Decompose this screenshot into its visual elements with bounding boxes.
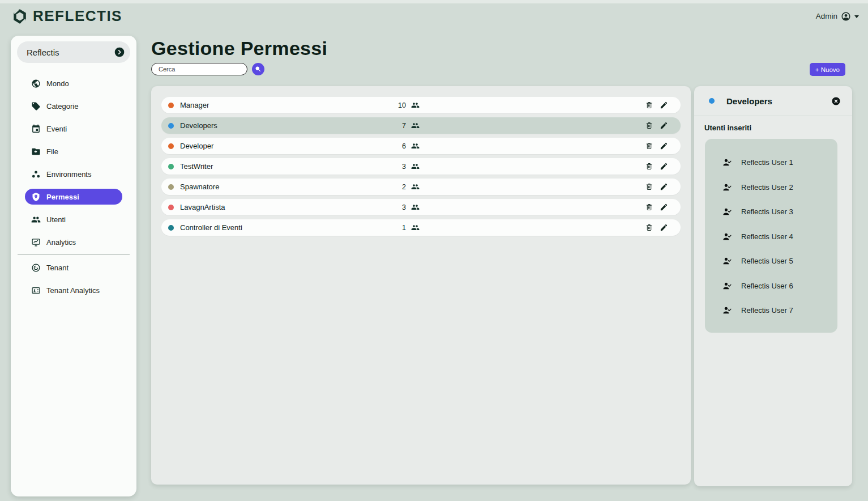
permissions-card: Manager 10 Developers 7 Developer 6 — [151, 86, 691, 485]
sidebar-item-label: Tenant Analytics — [44, 286, 100, 295]
permission-row[interactable]: Controller di Eventi 1 — [161, 219, 681, 236]
calendar-icon — [31, 124, 41, 134]
permission-user-count: 3 — [395, 163, 406, 171]
sidebar-item-environments[interactable]: Environments — [11, 163, 136, 185]
brand: REFLECTIS — [11, 7, 122, 25]
delete-icon[interactable] — [645, 121, 653, 130]
delete-icon[interactable] — [645, 182, 653, 191]
permission-row[interactable]: LavagnArtista 3 — [161, 199, 681, 215]
sidebar-item-label: Tenant — [44, 264, 69, 272]
delete-icon[interactable] — [645, 142, 653, 150]
sidebar-item-categorie[interactable]: Categorie — [11, 95, 136, 117]
group-icon[interactable] — [411, 203, 420, 211]
permission-row[interactable]: Developers 7 — [161, 117, 681, 134]
permission-color-dot — [168, 205, 174, 210]
edit-icon[interactable] — [660, 101, 668, 109]
topbar: REFLECTIS Admin — [0, 0, 868, 32]
permission-color-dot — [168, 123, 174, 129]
search-icon — [255, 66, 262, 73]
users-label: Utenti inseriti — [704, 124, 852, 132]
sidebar-item-file[interactable]: File — [11, 140, 136, 163]
delete-icon[interactable] — [645, 162, 653, 171]
sidebar-item-eventi[interactable]: Eventi — [11, 117, 136, 140]
permission-name: LavagnArtista — [180, 203, 395, 211]
permission-color-dot — [168, 225, 174, 231]
group-icon[interactable] — [411, 142, 420, 150]
environments-icon — [31, 169, 41, 179]
edit-icon[interactable] — [660, 162, 668, 171]
new-button[interactable]: + Nuovo — [810, 63, 845, 76]
sidebar-item-label: Eventi — [44, 125, 67, 133]
edit-icon[interactable] — [660, 182, 668, 191]
edit-icon[interactable] — [660, 142, 668, 150]
sidebar-item-tenant[interactable]: Tenant — [11, 256, 136, 279]
permission-color-dot — [168, 184, 174, 190]
user-name: Reflectis User 5 — [741, 257, 793, 265]
permission-row[interactable]: Spawnatore 2 — [161, 179, 681, 195]
admin-label: Admin — [816, 12, 837, 20]
page-title: Gestione Permessi — [151, 37, 327, 60]
group-icon[interactable] — [411, 182, 420, 191]
search-button[interactable] — [252, 63, 264, 75]
user-row[interactable]: Reflectis User 4 — [705, 224, 837, 249]
permission-color-dot — [168, 143, 174, 149]
sidebar-item-permessi[interactable]: Permessi — [25, 189, 122, 205]
permission-name: Manager — [180, 101, 395, 109]
user-row[interactable]: Reflectis User 2 — [705, 175, 837, 200]
tenant-analytics-icon — [31, 286, 41, 295]
permission-row[interactable]: Developer 6 — [161, 138, 681, 154]
permission-user-count: 3 — [395, 203, 406, 211]
sidebar-item-analytics[interactable]: Analytics — [11, 231, 136, 253]
sidebar-header-reflectis[interactable]: Reflectis — [17, 41, 130, 63]
shield-icon — [31, 192, 41, 202]
sidebar-item-label: Categorie — [44, 102, 78, 111]
user-row[interactable]: Reflectis User 7 — [705, 298, 837, 323]
user-name: Reflectis User 1 — [741, 158, 793, 167]
sidebar-item-label: Analytics — [44, 238, 76, 247]
user-row[interactable]: Reflectis User 6 — [705, 274, 837, 299]
delete-icon[interactable] — [645, 101, 653, 109]
permission-user-count: 1 — [395, 224, 406, 232]
close-button[interactable] — [831, 96, 841, 106]
edit-icon[interactable] — [660, 203, 668, 211]
sidebar-item-label: Mondo — [44, 79, 69, 88]
permission-name: Spawnatore — [180, 182, 395, 191]
edit-icon[interactable] — [660, 223, 668, 232]
user-row[interactable]: Reflectis User 5 — [705, 249, 837, 274]
group-icon[interactable] — [411, 162, 420, 171]
search-input[interactable] — [151, 63, 247, 75]
sidebar-item-utenti[interactable]: Utenti — [11, 208, 136, 231]
users-panel: Reflectis User 1 Reflectis User 2 Reflec… — [705, 139, 837, 333]
detail-panel: Developers Utenti inseriti Reflectis Use… — [694, 86, 852, 486]
permission-user-count: 7 — [395, 122, 406, 130]
chevron-down-icon — [854, 15, 859, 18]
permission-name: Developers — [180, 121, 395, 130]
person-check-icon — [722, 182, 732, 192]
user-row[interactable]: Reflectis User 1 — [705, 150, 837, 175]
group-icon[interactable] — [411, 223, 420, 232]
sidebar-item-label: File — [44, 147, 58, 156]
person-check-icon — [722, 158, 732, 167]
person-check-icon — [722, 256, 732, 266]
sidebar-item-tenant-analytics[interactable]: Tenant Analytics — [11, 279, 136, 302]
sidebar-item-mondo[interactable]: Mondo — [11, 72, 136, 95]
account-circle-icon — [841, 11, 851, 22]
sidebar-divider — [18, 254, 130, 255]
delete-icon[interactable] — [645, 223, 653, 232]
delete-icon[interactable] — [645, 203, 653, 211]
group-icon[interactable] — [411, 121, 420, 130]
chevron-right-circle-icon[interactable] — [114, 46, 125, 58]
close-icon — [831, 96, 841, 106]
permission-user-count: 2 — [395, 183, 406, 191]
user-row[interactable]: Reflectis User 3 — [705, 199, 837, 224]
sidebar-header-label: Reflectis — [27, 48, 59, 57]
admin-menu[interactable]: Admin — [816, 11, 859, 22]
person-check-icon — [722, 305, 732, 315]
permission-user-count: 10 — [395, 101, 406, 109]
permission-row[interactable]: Manager 10 — [161, 97, 681, 113]
sidebar-item-label: Environments — [44, 170, 91, 179]
folder-icon — [31, 147, 41, 156]
permission-row[interactable]: TestWriter 3 — [161, 158, 681, 175]
edit-icon[interactable] — [660, 121, 668, 130]
group-icon[interactable] — [411, 101, 420, 109]
